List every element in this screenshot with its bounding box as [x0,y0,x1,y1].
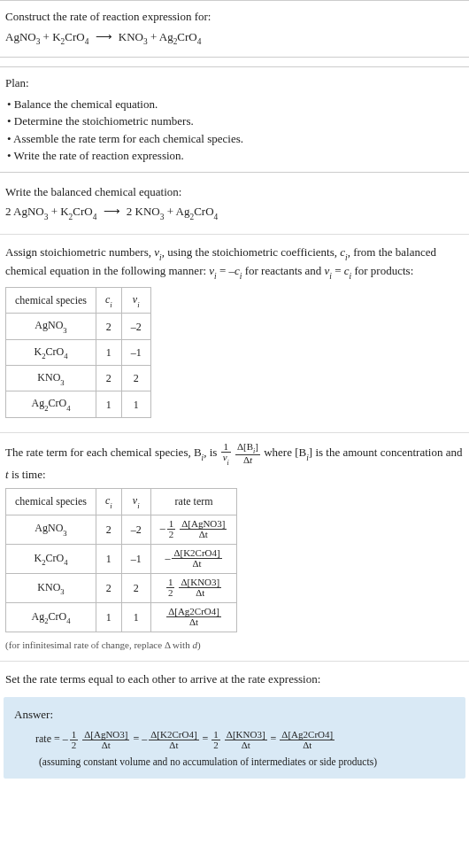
vi-cell: 2 [121,573,150,602]
divider-1 [0,234,469,235]
plan-heading: Plan: [5,74,464,92]
rate-expression-heading: Set the rate terms equal to each other t… [5,670,464,688]
species-cell: KNO3 [6,366,96,391]
table-header-row: chemical species ci νi [6,288,151,314]
vi-cell: 1 [121,391,150,417]
answer-box: Answer: rate = –12 Δ[AgNO3]Δt = –Δ[K2CrO… [4,697,465,779]
stoich-assign-section: Assign stoichiometric numbers, νi, using… [0,242,469,425]
table-row: KNO32212 Δ[KNO3]Δt [6,573,237,602]
table-row: K2CrO41–1–Δ[K2CrO4]Δt [6,544,237,573]
stoich-table: chemical species ci νi AgNO32–2K2CrO41–1… [5,287,151,418]
plan-step-3: Assemble the rate term for each chemical… [7,130,464,148]
rate-term-cell: –Δ[K2CrO4]Δt [150,544,237,573]
plan-section: Plan: Balance the chemical equation. Det… [0,66,469,173]
divider-2 [0,432,469,433]
rate-term-cell: 12 Δ[KNO3]Δt [150,573,237,602]
rate-term-part: = –Δ[K2CrO4]Δt [130,732,199,745]
stoich-assign-text: Assign stoichiometric numbers, νi, using… [5,244,464,282]
col-ci: ci [96,288,121,314]
rate-term-pre: The rate term for each chemical species,… [5,446,220,459]
table-caption: (for infinitesimal rate of change, repla… [5,638,464,653]
plan-bullets: Balance the chemical equation. Determine… [7,96,464,165]
ci-cell: 2 [96,366,121,391]
col-rate-term: rate term [150,489,237,515]
plan-step-2: Determine the stoichiometric numbers. [7,112,464,130]
species-cell: K2CrO4 [6,339,96,365]
unbalanced-equation: AgNO3 + K2CrO4 ⟶ KNO3 + Ag2CrO4 [5,28,464,48]
answer-label: Answer: [14,706,455,724]
balanced-section: Write the balanced chemical equation: 2 … [0,182,469,227]
species-cell: Ag2CrO4 [6,391,96,417]
rate-term-part: = Δ[Ag2CrO4]Δt [268,732,336,745]
vi-cell: –1 [121,339,150,365]
col-species: chemical species [6,288,96,314]
table-row: AgNO32–2–12 Δ[AgNO3]Δt [6,515,237,544]
divider-3 [0,661,469,662]
table-row: Ag2CrO411 [6,391,151,417]
table-row: Ag2CrO411Δ[Ag2CrO4]Δt [6,602,237,632]
vi-cell: –2 [121,314,150,339]
ci-cell: 2 [96,573,121,602]
prompt-section: Construct the rate of reaction expressio… [0,0,469,58]
species-cell: AgNO3 [6,314,96,339]
table-row: KNO322 [6,366,151,391]
rate-term-text: The rate term for each chemical species,… [5,442,464,484]
rate-term-section: The rate term for each chemical species,… [0,440,469,655]
answer-note: (assuming constant volume and no accumul… [39,755,455,770]
answer-rate-expression: rate = –12 Δ[AgNO3]Δt = –Δ[K2CrO4]Δt = 1… [35,728,455,750]
vi-cell: 2 [121,366,150,391]
balanced-equation: 2 AgNO3 + K2CrO4 ⟶ 2 KNO3 + Ag2CrO4 [5,203,464,222]
rate-term-cell: –12 Δ[AgNO3]Δt [150,515,237,544]
prompt-heading: Construct the rate of reaction expressio… [5,8,464,26]
balanced-heading: Write the balanced chemical equation: [5,183,464,201]
rate-term-part: = 12 Δ[KNO3]Δt [200,732,268,745]
ci-cell: 1 [96,339,121,365]
ci-cell: 1 [96,544,121,573]
plan-step-4: Write the rate of reaction expression. [7,147,464,165]
species-cell: KNO3 [6,573,96,602]
ci-cell: 1 [96,391,121,417]
table-header-row: chemical species ci νi rate term [6,489,237,515]
rate-term-table: chemical species ci νi rate term AgNO32–… [5,488,237,632]
species-cell: AgNO3 [6,515,96,544]
col-ci: ci [96,489,121,515]
ci-cell: 2 [96,314,121,339]
species-cell: K2CrO4 [6,544,96,573]
plan-step-1: Balance the chemical equation. [7,96,464,113]
vi-cell: –2 [121,515,150,544]
rate-term-frac-2: Δ[Bi] Δt [235,442,260,466]
table-row: K2CrO41–1 [6,339,151,365]
rate-lead: rate = [35,732,63,745]
rate-term-part: –12 Δ[AgNO3]Δt [63,732,131,745]
rate-term-cell: Δ[Ag2CrO4]Δt [150,602,237,632]
rate-expression-heading-block: Set the rate terms equal to each other t… [0,669,469,690]
vi-cell: 1 [121,602,150,632]
species-cell: Ag2CrO4 [6,602,96,632]
col-vi: νi [121,489,150,515]
col-vi: νi [121,288,150,314]
rate-term-frac-1: 1 νi [221,442,231,466]
vi-cell: –1 [121,544,150,573]
table-row: AgNO32–2 [6,314,151,339]
ci-cell: 1 [96,602,121,632]
ci-cell: 2 [96,515,121,544]
col-species: chemical species [6,489,96,515]
